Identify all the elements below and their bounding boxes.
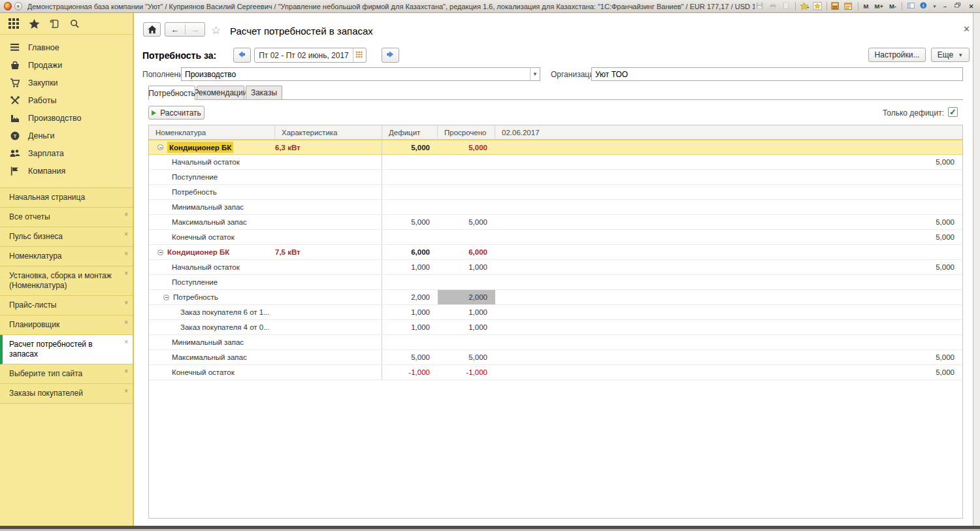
cell-nomenclature[interactable]: Максимальный запас <box>149 215 275 229</box>
organization-field[interactable]: Уют ТОО <box>591 67 963 81</box>
cell-deficit[interactable]: 2,000 <box>382 290 438 304</box>
cell-deficit[interactable]: 5,000 <box>382 215 438 229</box>
cell-characteristic[interactable] <box>275 215 382 229</box>
close-window-icon[interactable]: × <box>124 386 128 396</box>
cell-nomenclature[interactable]: Заказ покупателя 4 от 0... <box>149 320 275 334</box>
settings-button[interactable]: Настройки... <box>868 48 926 62</box>
cell-date-value[interactable]: 5,000 <box>495 155 962 169</box>
cell-date-value[interactable]: 5,000 <box>495 350 962 364</box>
cell-overdue[interactable]: 5,000 <box>438 140 495 154</box>
sidebar-window-item[interactable]: Пульс бизнеса× <box>0 227 133 247</box>
cell-overdue[interactable]: 1,000 <box>438 320 495 334</box>
sidebar-section-item[interactable]: Компания <box>0 162 133 180</box>
cell-date-value[interactable] <box>495 170 962 184</box>
table-row[interactable]: Начальный остаток1,0001,0005,000 <box>149 260 962 275</box>
close-report-icon[interactable]: ✕ <box>963 24 970 34</box>
sidebar-section-item[interactable]: Зарплата <box>0 144 133 162</box>
history-icon[interactable] <box>48 18 60 29</box>
cell-nomenclature[interactable]: Поступление <box>149 275 275 289</box>
cell-characteristic[interactable] <box>275 155 382 169</box>
table-row[interactable]: Заказ покупателя 4 от 0...1,0001,000 <box>149 320 962 335</box>
close-window-icon[interactable]: × <box>124 210 128 219</box>
table-row[interactable]: Кондиционер БК6,3 кВт5,0005,000 <box>149 140 962 155</box>
column-header-nomenclature[interactable]: Номенклатура <box>149 125 275 139</box>
table-row[interactable]: Потребность <box>149 185 962 200</box>
home-button[interactable] <box>143 22 161 37</box>
cell-characteristic[interactable] <box>275 170 382 184</box>
sidebar-window-item[interactable]: Все отчеты× <box>0 208 133 227</box>
calculate-button[interactable]: Рассчитать <box>148 106 204 120</box>
calendar-picker-icon[interactable] <box>353 48 366 62</box>
cell-deficit[interactable] <box>382 230 438 244</box>
sidebar-section-item[interactable]: Закупки <box>0 74 133 91</box>
cell-characteristic[interactable] <box>275 335 382 349</box>
sidebar-window-item[interactable]: Заказы покупателей× <box>0 384 133 404</box>
cell-date-value[interactable] <box>495 290 962 304</box>
close-window-icon[interactable]: × <box>124 229 128 239</box>
cell-characteristic[interactable] <box>275 365 382 379</box>
cell-date-value[interactable] <box>495 335 962 349</box>
cell-nomenclature[interactable]: Конечный остаток <box>149 365 275 379</box>
sidebar-window-item[interactable]: Установка, сборка и монтаж (Номенклатура… <box>0 266 133 296</box>
save-icon[interactable] <box>755 1 766 11</box>
table-row[interactable]: Поступление <box>149 275 962 290</box>
cell-date-value[interactable]: 5,000 <box>495 230 962 244</box>
close-window-icon[interactable]: × <box>124 249 128 259</box>
cell-characteristic[interactable]: 6,3 кВт <box>275 140 382 154</box>
info-dropdown-icon[interactable]: ▾ <box>932 1 938 11</box>
close-button[interactable]: ✕ <box>966 1 977 11</box>
sidebar-section-item[interactable]: Продажи <box>0 56 133 74</box>
cell-date-value[interactable] <box>495 140 962 154</box>
table-row[interactable]: Потребность2,0002,000 <box>149 290 962 305</box>
favorite-star-icon[interactable]: ☆ <box>211 24 221 37</box>
column-header-deficit[interactable]: Дефицит <box>382 125 438 139</box>
cell-date-value[interactable] <box>495 245 962 259</box>
calculator-icon[interactable] <box>830 1 841 11</box>
add-favorite-icon[interactable]: + <box>799 1 810 11</box>
cell-nomenclature[interactable]: Потребность <box>149 290 275 304</box>
cell-deficit[interactable]: 5,000 <box>382 140 438 154</box>
more-button[interactable]: Еще ▼ <box>931 48 970 62</box>
table-row[interactable]: Начальный остаток5,000 <box>149 155 962 170</box>
sidebar-window-item[interactable]: Начальная страница <box>0 188 133 208</box>
table-row[interactable]: Минимальный запас <box>149 200 962 215</box>
table-row[interactable]: Минимальный запас <box>149 335 962 350</box>
period-field[interactable]: Пт 02 - Пт 02 июнь, 2017 <box>254 48 367 63</box>
back-button[interactable]: ← <box>165 25 186 35</box>
apps-grid-icon[interactable] <box>8 18 20 29</box>
info-icon[interactable]: i <box>919 1 930 11</box>
cell-characteristic[interactable] <box>275 350 382 364</box>
cell-overdue[interactable]: 2,000 <box>438 290 495 304</box>
sidebar-section-item[interactable]: Главное <box>0 39 133 56</box>
collapse-icon[interactable] <box>163 295 169 300</box>
cell-date-value[interactable] <box>495 185 962 199</box>
cell-characteristic[interactable] <box>275 305 382 319</box>
cell-date-value[interactable] <box>495 275 962 289</box>
cell-overdue[interactable] <box>438 335 495 349</box>
cell-characteristic[interactable] <box>275 200 382 214</box>
cell-characteristic[interactable] <box>275 185 382 199</box>
sidebar-section-item[interactable]: Работы <box>0 91 133 109</box>
column-header-overdue[interactable]: Просрочено <box>438 125 495 139</box>
next-period-button[interactable] <box>382 48 399 63</box>
cell-deficit[interactable]: 6,000 <box>382 245 438 259</box>
sidebar-section-item[interactable]: ТДеньги <box>0 127 133 144</box>
cell-deficit[interactable] <box>382 200 438 214</box>
favorites-star-icon[interactable] <box>28 18 40 29</box>
close-window-icon[interactable]: × <box>124 366 128 376</box>
print-icon[interactable] <box>768 1 779 11</box>
cell-nomenclature[interactable]: Начальный остаток <box>149 155 275 169</box>
tab-potrebnost[interactable]: Потребность <box>148 86 195 100</box>
cell-characteristic[interactable] <box>275 260 382 274</box>
cell-overdue[interactable] <box>438 155 495 169</box>
cell-overdue[interactable]: -1,000 <box>438 365 495 379</box>
column-header-date[interactable]: 02.06.2017 <box>495 125 962 139</box>
memory-button[interactable]: M <box>862 1 871 11</box>
replenishment-field[interactable]: Производство ▼ <box>181 67 540 81</box>
memory-minus-button[interactable]: M- <box>887 1 898 11</box>
favorites-window-icon[interactable] <box>812 1 823 11</box>
cell-deficit[interactable]: 1,000 <box>382 260 438 274</box>
cell-characteristic[interactable] <box>275 275 382 289</box>
cell-date-value[interactable] <box>495 200 962 214</box>
cell-overdue[interactable]: 5,000 <box>438 350 495 364</box>
